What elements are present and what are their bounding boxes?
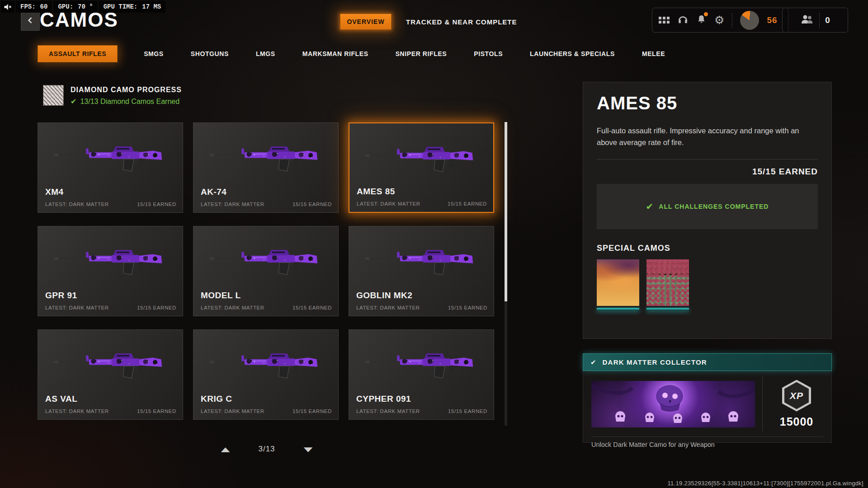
detail-weapon-description: Full-auto assault rifle. Impressive accu…: [597, 125, 814, 148]
headset-icon[interactable]: [677, 14, 689, 27]
detail-weapon-title: AMES 85: [597, 93, 818, 113]
notification-dot: [704, 12, 708, 16]
tab-smgs[interactable]: SMGS: [143, 46, 165, 62]
weapon-name: AMES 85: [357, 187, 395, 197]
muted-speaker-icon: [1, 1, 14, 13]
gpu-time-value: 17 MS: [142, 3, 161, 10]
weapon-earned-count: 15/15 EARNED: [292, 202, 332, 207]
weapon-card-krig-c[interactable]: KRIG C LATEST: DARK MATTER15/15 EARNED: [193, 329, 339, 420]
back-button[interactable]: [21, 12, 40, 31]
collector-description: Unlock Dark Matter Camo for any Weapon: [591, 441, 823, 448]
diamond-camo-thumbnail: [43, 85, 64, 106]
weapon-card-cypher-091[interactable]: CYPHER 091 LATEST: DARK MATTER15/15 EARN…: [349, 329, 494, 420]
tracked-near-complete-label[interactable]: TRACKED & NEAR COMPLETE: [406, 18, 517, 26]
weapon-name: KRIG C: [201, 394, 232, 404]
weapon-earned-count: 15/15 EARNED: [137, 408, 176, 414]
camo-preview-image: [646, 259, 689, 306]
tab-sniper-rifles[interactable]: SNIPER RIFLES: [395, 46, 448, 62]
special-camos-row: [597, 259, 818, 310]
weapon-latest-camo: LATEST: DARK MATTER: [356, 408, 420, 414]
tab-shotguns[interactable]: SHOTGUNS: [190, 46, 230, 62]
dark-matter-collector-card[interactable]: ✔ DARK MATTER COLLECTOR: [583, 353, 832, 443]
divider: [819, 13, 820, 28]
party-box[interactable]: 0: [782, 8, 848, 33]
tab-assault-rifles[interactable]: ASSAULT RIFLES: [38, 45, 118, 62]
weapon-card-gpr-91[interactable]: GPR 91 LATEST: DARK MATTER15/15 EARNED: [38, 226, 183, 316]
hud-utility-box: ⚙ 56: [652, 8, 788, 33]
weapon-earned-count: 15/15 EARNED: [292, 305, 332, 310]
special-camo-swatch-2[interactable]: [646, 259, 689, 310]
weapon-latest-camo: LATEST: DARK MATTER: [201, 305, 264, 310]
weapon-grid: XM4 LATEST: DARK MATTER15/15 EARNED AK-7…: [38, 122, 494, 420]
weapon-name: MODEL L: [201, 291, 241, 300]
overview-button[interactable]: OVERVIEW: [340, 14, 392, 30]
grid-scrollbar-thumb[interactable]: [505, 122, 507, 301]
menu-grid-icon[interactable]: [659, 17, 670, 23]
weapon-card-ak-74[interactable]: AK-74 LATEST: DARK MATTER15/15 EARNED: [193, 122, 339, 213]
weapon-detail-panel: AMES 85 Full-auto assault rifle. Impress…: [583, 82, 832, 339]
settings-gear-icon[interactable]: ⚙: [714, 14, 724, 26]
gpu-value: 70 °: [78, 3, 93, 10]
all-challenges-completed-box: ✔ ALL CHALLENGES COMPLETED: [597, 184, 818, 229]
weapon-card-xm4[interactable]: XM4 LATEST: DARK MATTER15/15 EARNED: [38, 122, 183, 213]
weapon-latest-camo: LATEST: DARK MATTER: [201, 202, 264, 207]
weapon-card-ames-85[interactable]: AMES 85 LATEST: DARK MATTER15/15 EARNED: [349, 122, 494, 213]
fps-label: FPS:: [20, 3, 36, 10]
divider: [591, 436, 823, 437]
weapon-name: AS VAL: [45, 394, 77, 404]
page-down-icon[interactable]: ▼: [304, 446, 313, 453]
tab-marksman-rifles[interactable]: MARKSMAN RIFLES: [302, 46, 369, 62]
weapon-image: [209, 238, 323, 282]
tab-lmgs[interactable]: LMGS: [255, 46, 276, 62]
weapon-image: [364, 135, 478, 179]
tab-pistols[interactable]: PISTOLS: [473, 46, 504, 62]
back-chevron-icon: [26, 16, 35, 27]
weapon-latest-camo: LATEST: DARK MATTER: [45, 202, 109, 207]
weapon-card-as-val[interactable]: AS VAL LATEST: DARK MATTER15/15 EARNED: [38, 329, 183, 420]
xp-badge-icon: XP: [782, 380, 811, 412]
camos-screen: CHALLENGES FPS: 60 GPU: 70 ° GPU TIME: 1…: [0, 0, 868, 488]
weapon-class-tabbar: ASSAULT RIFLES SMGS SHOTGUNS LMGS MARKSM…: [38, 45, 666, 62]
weapon-latest-camo: LATEST: DARK MATTER: [201, 408, 264, 414]
special-camo-swatch-1[interactable]: [597, 259, 639, 310]
fps-counter: FPS: 60: [16, 1, 52, 13]
weapon-card-goblin-mk2[interactable]: GOBLIN MK2 LATEST: DARK MATTER15/15 EARN…: [349, 226, 494, 316]
divider: [597, 159, 818, 160]
player-level-count: 56: [767, 15, 777, 25]
notifications-bell-icon[interactable]: [696, 14, 707, 26]
weapon-image: [209, 342, 323, 385]
all-challenges-completed-label: ALL CHALLENGES COMPLETED: [659, 203, 769, 210]
weapon-name: GPR 91: [45, 291, 77, 300]
divider: [762, 377, 763, 431]
weapon-image: [209, 135, 323, 178]
grid-scrollbar[interactable]: [505, 122, 507, 426]
camo-unlocked-bar: [646, 308, 689, 310]
weapon-latest-camo: LATEST: DARK MATTER: [356, 305, 420, 310]
detail-earned-count: 15/15 EARNED: [597, 167, 818, 177]
camo-unlocked-bar: [597, 308, 639, 310]
camo-preview-image: [597, 259, 639, 306]
dark-matter-artwork: [591, 381, 755, 427]
page-up-icon[interactable]: ▲: [221, 446, 230, 453]
collector-title: DARK MATTER COLLECTOR: [603, 358, 707, 366]
party-count: 0: [825, 15, 830, 25]
tab-melee[interactable]: MELEE: [641, 46, 666, 62]
tab-launchers-specials[interactable]: LAUNCHERS & SPECIALS: [529, 46, 616, 62]
weapon-latest-camo: LATEST: DARK MATTER: [45, 305, 109, 310]
performance-overlay: FPS: 60 GPU: 70 ° GPU TIME: 17 MS: [1, 1, 165, 13]
weapon-card-model-l[interactable]: MODEL L LATEST: DARK MATTER15/15 EARNED: [193, 226, 339, 316]
check-icon: ✔: [71, 97, 76, 106]
weapon-latest-camo: LATEST: DARK MATTER: [45, 408, 109, 414]
weapon-image: [53, 342, 167, 385]
weapon-name: GOBLIN MK2: [356, 291, 412, 300]
diamond-progress-title: DIAMOND CAMO PROGRESS: [71, 86, 182, 94]
weapon-name: CYPHER 091: [356, 394, 411, 404]
player-emblem[interactable]: [740, 11, 759, 30]
weapon-earned-count: 15/15 EARNED: [448, 408, 487, 414]
special-camos-title: SPECIAL CAMOS: [597, 244, 818, 253]
weapon-earned-count: 15/15 EARNED: [448, 305, 487, 310]
page-indicator: 3/13: [258, 445, 275, 454]
weapon-latest-camo: LATEST: DARK MATTER: [357, 201, 420, 206]
weapon-image: [364, 238, 478, 282]
gpu-label: GPU:: [58, 3, 73, 10]
